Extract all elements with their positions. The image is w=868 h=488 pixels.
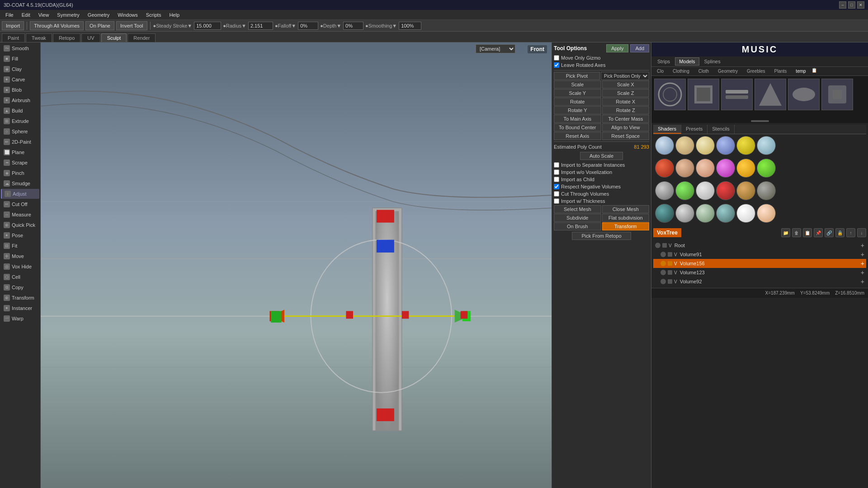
tool-transform[interactable]: ⊕ Transform xyxy=(1,293,39,303)
depth-label[interactable]: ●Depth▼ xyxy=(320,23,341,28)
model-thumb-6[interactable] xyxy=(821,79,853,110)
camera-dropdown[interactable]: [Camera] Ortho Perspective xyxy=(476,44,515,53)
shader-ball-1[interactable] xyxy=(655,136,674,155)
flat-subdivision-btn[interactable]: Flat subdivision xyxy=(602,214,650,222)
shader-ball-10[interactable] xyxy=(716,159,735,178)
shaders-tab-stencils[interactable]: Stencils xyxy=(708,125,735,134)
tool-extrude[interactable]: ⊞ Extrude xyxy=(1,116,39,126)
rotate-x-btn[interactable]: Rotate X xyxy=(602,98,650,106)
reset-axis-btn[interactable]: Reset Axis xyxy=(554,132,601,140)
apply-button[interactable]: Apply xyxy=(606,44,629,52)
scroll-bar[interactable] xyxy=(751,120,769,122)
viewport[interactable]: Front [Camera] Ortho Perspective xyxy=(41,42,552,488)
tool-clay[interactable]: ◈ Clay xyxy=(1,64,39,74)
voxtree-volume156[interactable]: V Volume156 + xyxy=(653,259,866,268)
add-button[interactable]: Add xyxy=(630,44,649,52)
close-button[interactable]: ✕ xyxy=(857,1,864,9)
model-thumb-2[interactable] xyxy=(688,79,719,110)
tab-render[interactable]: Render xyxy=(127,33,156,42)
tab-tweak[interactable]: Tweak xyxy=(26,33,52,42)
vt-eye-root[interactable] xyxy=(655,243,660,248)
scale-btn[interactable]: Scale xyxy=(554,80,601,89)
rp-tab-strips[interactable]: Strips xyxy=(653,57,674,66)
rotate-y-btn[interactable]: Rotate Y xyxy=(554,106,601,114)
falloff-input[interactable] xyxy=(298,22,318,30)
tool-fill[interactable]: ■ Fill xyxy=(1,54,39,64)
shader-ball-9[interactable] xyxy=(696,159,715,178)
to-main-axis-btn[interactable]: To Main Axis xyxy=(554,115,601,123)
menu-scripts[interactable]: Scripts xyxy=(142,11,165,19)
vt-link-btn[interactable]: 🔗 xyxy=(825,228,834,237)
scale-x-btn[interactable]: Scale X xyxy=(602,80,650,89)
model-thumb-4[interactable] xyxy=(755,79,786,110)
tool-cutoff[interactable]: ✂ Cut Off xyxy=(1,199,39,209)
vt-eye-v156[interactable] xyxy=(660,261,666,266)
move-only-gizmo-check[interactable] xyxy=(554,55,559,61)
minimize-button[interactable]: – xyxy=(839,1,846,9)
subtab-cloth[interactable]: Cloth xyxy=(695,68,712,75)
shader-ball-4[interactable] xyxy=(716,136,735,155)
tool-smooth[interactable]: 〜 Smooth xyxy=(1,43,39,53)
vt-lock-v123[interactable] xyxy=(668,270,672,275)
select-mesh-btn[interactable]: Select Mesh xyxy=(554,205,601,213)
scale-y-btn[interactable]: Scale Y xyxy=(554,89,601,97)
vt-delete-btn[interactable]: 🗑 xyxy=(792,228,801,237)
shader-ball-23[interactable] xyxy=(736,204,755,223)
shader-ball-5[interactable] xyxy=(736,136,755,155)
vt-plus-v123[interactable]: + xyxy=(861,269,864,276)
tab-retopo[interactable]: Retopo xyxy=(53,33,80,42)
model-thumb-5[interactable] xyxy=(788,79,820,110)
smoothing-input[interactable] xyxy=(399,22,421,30)
shader-ball-22[interactable] xyxy=(716,204,735,223)
tool-measure[interactable]: ↔ Measure xyxy=(1,210,39,220)
radius-input[interactable] xyxy=(248,22,273,30)
vt-eye-v92[interactable] xyxy=(660,279,666,284)
import-child-check[interactable] xyxy=(554,177,559,182)
shader-ball-18[interactable] xyxy=(757,181,776,200)
scale-z-btn[interactable]: Scale Z xyxy=(602,89,650,97)
subtab-clo[interactable]: Clo xyxy=(653,68,667,75)
import-thickness-check[interactable] xyxy=(554,198,559,204)
vt-lock-v91[interactable] xyxy=(668,252,672,257)
pick-position-select[interactable]: Pick Position Only Pick All xyxy=(601,72,649,80)
on-brush-btn[interactable]: On Brush xyxy=(554,222,601,230)
shader-ball-7[interactable] xyxy=(655,159,674,178)
menu-geometry[interactable]: Geometry xyxy=(84,11,113,19)
shaders-tab-shaders[interactable]: Shaders xyxy=(653,125,681,134)
tool-instancer[interactable]: ✦ Instancer xyxy=(1,303,39,313)
shader-ball-12[interactable] xyxy=(757,159,776,178)
to-center-mass-btn[interactable]: To Center Mass xyxy=(602,115,650,123)
tool-sphere[interactable]: ○ Sphere xyxy=(1,127,39,136)
vt-eye-v123[interactable] xyxy=(660,270,666,275)
tool-pose[interactable]: ✦ Pose xyxy=(1,230,39,240)
menu-help[interactable]: Help xyxy=(165,11,183,19)
vt-down-btn[interactable]: ↓ xyxy=(857,228,866,237)
shader-ball-14[interactable] xyxy=(675,181,694,200)
vt-up-btn[interactable]: ↑ xyxy=(846,228,855,237)
tool-fit[interactable]: ⊟ Fit xyxy=(1,241,39,251)
shader-ball-15[interactable] xyxy=(696,181,715,200)
vt-lock-root[interactable] xyxy=(662,243,667,248)
tool-plane[interactable]: ⬜ Plane xyxy=(1,147,39,157)
leave-rotated-axes-check[interactable] xyxy=(554,62,559,68)
shader-ball-2[interactable] xyxy=(675,136,694,155)
close-mesh-btn[interactable]: Close Mesh xyxy=(602,205,650,213)
auto-scale-btn[interactable]: Auto Scale xyxy=(580,152,623,160)
model-thumb-3[interactable] xyxy=(721,79,753,110)
tab-uv[interactable]: UV xyxy=(81,33,100,42)
rotate-btn[interactable]: Rotate xyxy=(554,98,601,106)
vt-plus-v91[interactable]: + xyxy=(861,251,864,258)
shader-ball-17[interactable] xyxy=(736,181,755,200)
tool-scrape[interactable]: ━ Scrape xyxy=(1,158,39,168)
menu-edit[interactable]: Edit xyxy=(18,11,34,19)
pick-pivot-btn[interactable]: Pick Pivot xyxy=(554,72,600,80)
radius-label[interactable]: ●Radius▼ xyxy=(223,23,246,28)
scene-viewport[interactable]: Front [Camera] Ortho Perspective xyxy=(41,42,552,488)
vt-lock-btn[interactable]: 🔒 xyxy=(835,228,844,237)
tool-cell[interactable]: ⬡ Cell xyxy=(1,272,39,282)
rp-tab-splines[interactable]: Splines xyxy=(700,57,725,66)
steady-stroke-label[interactable]: ●Steady Stroke▼ xyxy=(153,23,193,28)
menu-view[interactable]: View xyxy=(35,11,53,19)
voxtree-volume92[interactable]: V Volume92 + xyxy=(653,277,866,286)
menu-file[interactable]: File xyxy=(2,11,17,19)
